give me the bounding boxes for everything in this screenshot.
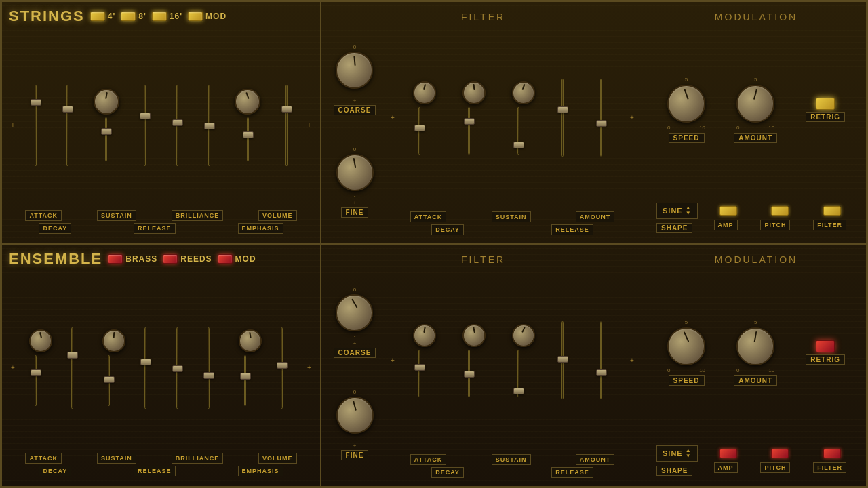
- ensemble-coarse-knob[interactable]: [336, 294, 373, 331]
- ens-vol-knob[interactable]: [239, 329, 262, 352]
- ens-att-slider[interactable]: [35, 355, 47, 406]
- filter-plus-r: +: [628, 115, 636, 121]
- ens-fsus-slider[interactable]: [468, 350, 480, 397]
- ensemble-btn-mod[interactable]: MOD: [218, 254, 256, 264]
- ens-speed-knob[interactable]: [667, 327, 705, 365]
- ensemble-btn-brass[interactable]: BRASS: [108, 254, 157, 264]
- filter-sus-slider[interactable]: [468, 107, 480, 155]
- ens-pitch-led[interactable]: [771, 449, 789, 458]
- filter-rel-knob[interactable]: [512, 81, 535, 104]
- ens-att-knob[interactable]: [29, 329, 52, 352]
- ensemble-envelope-panel: +: [2, 245, 321, 486]
- ens-dec-slider[interactable]: [71, 327, 83, 409]
- strings-filter-led[interactable]: [823, 206, 841, 216]
- ensemble-section: ENSEMBLE BRASS REEDS MOD +: [1, 244, 867, 487]
- ens-frel-knob[interactable]: [512, 324, 535, 347]
- strings-emphasis-thumb[interactable]: [204, 123, 215, 129]
- filter-amt-slider[interactable]: [600, 79, 612, 157]
- strings-attack-label: ATTACK: [25, 210, 62, 221]
- ens-retrig-label: RETRIG: [806, 354, 845, 365]
- ens-rel-slider[interactable]: [144, 327, 157, 409]
- strings-brilliance-slider[interactable]: [171, 85, 183, 166]
- ens-frel-slider[interactable]: [517, 350, 530, 397]
- strings-decay-slider[interactable]: [62, 85, 74, 166]
- strings-speed-knob[interactable]: [667, 85, 705, 123]
- strings-mod-panel: MODULATION 5 0 10 SPEED: [646, 2, 866, 243]
- strings-sustain-knob[interactable]: [94, 89, 119, 115]
- strings-amount-label: AMOUNT: [734, 133, 777, 143]
- ens-release-label: RELEASE: [134, 466, 176, 476]
- env-plus-1: +: [9, 122, 17, 129]
- ensemble-mod-panel: MODULATION 5 0 10 SPEED: [646, 245, 866, 486]
- ens-shape-select[interactable]: SINE ▲ ▼: [656, 445, 698, 462]
- strings-release-thumb[interactable]: [140, 113, 151, 119]
- ens-extra-slider[interactable]: [281, 327, 293, 409]
- ensemble-mod-content: 5 0 10 SPEED 5: [653, 268, 859, 479]
- strings-brilliance-thumb[interactable]: [172, 119, 183, 126]
- strings-title: STRINGS: [9, 7, 85, 25]
- strings-decay-thumb[interactable]: [62, 106, 73, 113]
- ensemble-label-reeds: REEDS: [180, 254, 212, 264]
- strings-amp-led[interactable]: [719, 206, 737, 216]
- strings-release-slider[interactable]: [139, 85, 151, 166]
- ens-sus-slider[interactable]: [108, 355, 120, 406]
- ens-amount-knob[interactable]: [736, 327, 774, 365]
- ens-fdec-slider[interactable]: [561, 321, 574, 399]
- strings-fine-knob[interactable]: [336, 154, 374, 191]
- ensemble-fine-knob[interactable]: [336, 396, 374, 434]
- ens-fatt-slider[interactable]: [418, 350, 431, 397]
- strings-attack-thumb[interactable]: [31, 99, 41, 106]
- ens-filter-plus-l: +: [389, 357, 397, 364]
- ens-emph-slider[interactable]: [208, 327, 220, 409]
- strings-sustain-slider[interactable]: [100, 117, 113, 161]
- strings-attack-slider[interactable]: [30, 85, 42, 166]
- ens-retrig-led[interactable]: [816, 340, 835, 352]
- strings-emphasis-label: EMPHASIS: [238, 223, 283, 234]
- ens-amp-led[interactable]: [719, 449, 737, 458]
- ens-shape-label2: SHAPE: [656, 466, 692, 476]
- strings-btn-16[interactable]: 16': [152, 12, 182, 21]
- strings-btn-4[interactable]: 4': [90, 12, 116, 21]
- ens-decay-label: DECAY: [39, 466, 71, 476]
- strings-coarse-knob[interactable]: [336, 52, 373, 89]
- strings-filter-panel: FILTER 0 - + COARSE 0: [321, 2, 646, 243]
- ens-env-plus-1: +: [9, 365, 17, 371]
- strings-volume-knob[interactable]: [235, 89, 260, 115]
- strings-led-8: [121, 12, 136, 21]
- ens-attack-label: ATTACK: [25, 453, 62, 464]
- ens-target-leds: [705, 449, 856, 458]
- ens-vol-slider[interactable]: [244, 355, 256, 406]
- strings-volume-group: [235, 89, 260, 161]
- strings-volume-slider[interactable]: [241, 117, 254, 161]
- strings-sustain-label: SUSTAIN: [97, 210, 136, 221]
- ens-fsus-knob[interactable]: [462, 324, 486, 347]
- strings-shape-area: SINE ▲ ▼ SHAPE: [656, 203, 698, 233]
- strings-pitch-led[interactable]: [771, 206, 789, 216]
- filter-att-slider[interactable]: [418, 107, 431, 155]
- ens-filter-led[interactable]: [823, 449, 841, 458]
- strings-amount-knob[interactable]: [736, 85, 774, 123]
- strings-decay-label: DECAY: [39, 223, 71, 234]
- ens-filter-attack-label: ATTACK: [410, 454, 447, 465]
- ens-filter-plus-r: +: [628, 357, 636, 364]
- ens-famt-slider[interactable]: [600, 321, 612, 399]
- ensemble-label-brass: BRASS: [125, 254, 157, 264]
- strings-vol2-slider[interactable]: [280, 85, 292, 166]
- filter-dec-slider[interactable]: [561, 79, 574, 157]
- strings-btn-mod[interactable]: MOD: [188, 12, 226, 21]
- ens-brill-slider[interactable]: [176, 327, 189, 409]
- ens-brilliance-label: BRILLIANCE: [172, 453, 224, 464]
- filter-att-knob[interactable]: [413, 81, 436, 104]
- strings-btn-8[interactable]: 8': [121, 12, 146, 21]
- ens-sus-knob[interactable]: [102, 329, 125, 352]
- ensemble-btn-reeds[interactable]: REEDS: [163, 254, 212, 264]
- filter-sus-knob[interactable]: [462, 81, 486, 104]
- strings-filter-title: FILTER: [328, 9, 639, 25]
- filter-rel-slider[interactable]: [517, 107, 530, 155]
- strings-emphasis-slider[interactable]: [203, 85, 215, 166]
- ens-amount-group: 5 0 10 AMOUNT: [734, 319, 777, 386]
- strings-shape-select[interactable]: SINE ▲ ▼: [656, 203, 698, 219]
- strings-retrig-led[interactable]: [816, 98, 835, 110]
- ens-fatt-knob[interactable]: [413, 324, 436, 347]
- strings-led-mod: [188, 12, 203, 21]
